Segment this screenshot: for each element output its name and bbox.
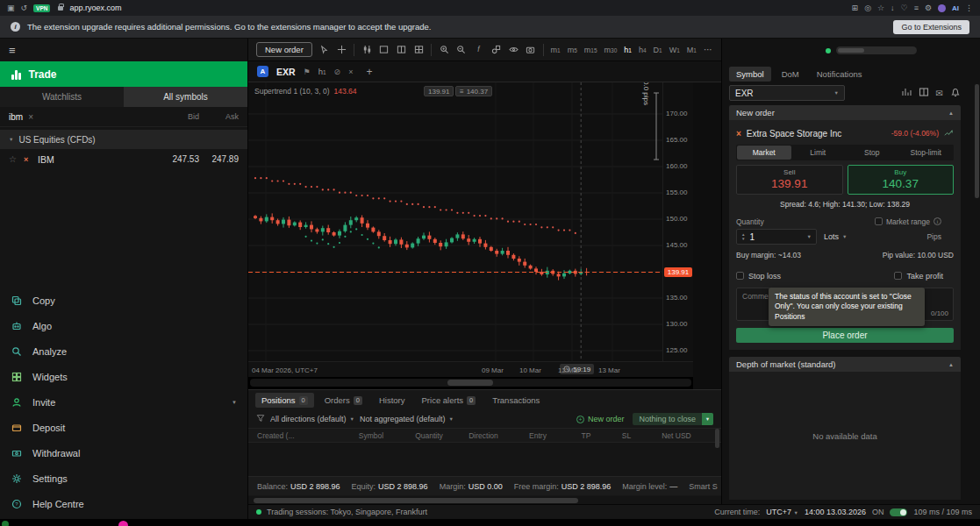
sidebar-item-invite[interactable]: Invite ▼: [0, 389, 247, 415]
layout-columns-icon[interactable]: [919, 85, 929, 101]
chart-tab-timeframe[interactable]: h1: [318, 67, 326, 76]
place-order-button[interactable]: Place order: [736, 328, 954, 343]
indicator-legend[interactable]: Supertrend 1 (10, 3, 0)143.64: [254, 87, 357, 96]
chart-tab-symbol[interactable]: EXR: [276, 67, 296, 77]
envelope-icon[interactable]: ✉: [936, 89, 943, 98]
scrollbar-thumb[interactable]: [975, 84, 979, 198]
stop-loss-checkbox[interactable]: [736, 272, 744, 280]
price-axis[interactable]: 139.91 170.00165.00160.00155.00150.00145…: [662, 82, 693, 361]
layout-single-icon[interactable]: [379, 44, 390, 55]
scrollbar-thumb[interactable]: [447, 380, 493, 386]
sidebar-item-algo[interactable]: Algo: [0, 313, 247, 338]
sidebar-item-copy[interactable]: Copy: [0, 288, 247, 313]
more-timeframes-icon[interactable]: ⋯: [704, 45, 713, 54]
taskbar-pink-icon[interactable]: [118, 521, 128, 526]
sidebar-toggle-icon[interactable]: ≡: [914, 4, 919, 12]
crosshair-icon[interactable]: [337, 44, 347, 55]
favorite-star-icon[interactable]: ☆: [9, 154, 24, 164]
caret-down-icon[interactable]: ▼: [702, 413, 713, 425]
timeframe-m15[interactable]: m15: [584, 46, 597, 54]
chart-horizontal-scrollbar[interactable]: [250, 379, 691, 387]
remove-instrument-icon[interactable]: ×: [736, 129, 741, 139]
add-chart-icon[interactable]: +: [366, 66, 372, 78]
refresh-icon[interactable]: ↺: [21, 4, 28, 12]
dom-section-header[interactable]: Depth of market (standard) ▲: [729, 357, 961, 372]
tab-watchlists[interactable]: Watchlists: [0, 87, 124, 107]
order-type-stop[interactable]: Stop: [845, 146, 899, 160]
units-select[interactable]: Lots▼: [820, 229, 850, 245]
tab-positions[interactable]: Positions0: [255, 393, 314, 408]
watchlist-row-ibm[interactable]: ☆ × IBM 247.53 247.89: [0, 149, 247, 169]
timeframe-h1[interactable]: h1: [624, 46, 632, 54]
right-panel-scrollbar[interactable]: [975, 84, 979, 259]
connection-quality-bar[interactable]: [836, 46, 917, 54]
remove-symbol-icon[interactable]: ×: [24, 155, 38, 164]
trade-button[interactable]: Trade: [0, 61, 247, 87]
sell-button[interactable]: Sell 139.91: [736, 165, 843, 195]
order-type-market[interactable]: Market: [737, 146, 791, 160]
bell-icon[interactable]: [950, 85, 961, 101]
tab-symbol[interactable]: Symbol: [729, 67, 771, 82]
sidebar-item-analyze[interactable]: Analyze: [0, 338, 247, 364]
new-order-section-header[interactable]: New order ▲: [729, 105, 961, 120]
layout-grid-icon[interactable]: [413, 44, 424, 55]
chart-type-candles-icon[interactable]: [361, 44, 372, 55]
sidebar-item-widgets[interactable]: Widgets: [0, 364, 247, 389]
lock-icon[interactable]: [58, 6, 63, 11]
market-depth-icon[interactable]: [901, 85, 912, 101]
profile-avatar[interactable]: [938, 4, 946, 12]
date-axis[interactable]: 59:19 04 Mar 2026, UTC+709 Mar10 Mar12 M…: [248, 361, 693, 377]
symbol-select[interactable]: EXR▼: [729, 85, 845, 101]
tab-groups-icon[interactable]: ⊞: [852, 4, 859, 12]
tab-price-alerts[interactable]: Price alerts0: [416, 393, 483, 408]
timezone-select[interactable]: UTC+7 ▼: [766, 508, 798, 516]
layout-split-icon[interactable]: [397, 44, 407, 55]
downloads-icon[interactable]: ↓: [891, 4, 895, 12]
ask-price[interactable]: 247.89: [199, 154, 239, 164]
order-type-limit[interactable]: Limit: [791, 146, 846, 160]
timeframe-m1[interactable]: m1: [551, 46, 561, 54]
bid-price[interactable]: 247.53: [160, 154, 199, 164]
objects-icon[interactable]: [490, 44, 501, 55]
sidebar-item-deposit[interactable]: Deposit: [0, 415, 247, 440]
link-off-icon[interactable]: ⊘: [334, 68, 341, 76]
timeframe-m5[interactable]: m5: [568, 46, 577, 54]
sidebar-item-settings[interactable]: Settings: [0, 466, 247, 491]
market-range-checkbox[interactable]: [875, 217, 883, 225]
pointer-icon[interactable]: [319, 44, 330, 55]
ai-extension-icon[interactable]: AI: [952, 4, 959, 12]
chart-canvas[interactable]: [248, 82, 662, 361]
order-type-stop-limit[interactable]: Stop-limit: [899, 146, 954, 160]
zoom-out-icon[interactable]: [456, 44, 467, 55]
caret-down-icon[interactable]: ▼: [807, 234, 812, 239]
tab-all-symbols[interactable]: All symbols: [124, 87, 247, 107]
timeframe-h4[interactable]: h4: [639, 46, 647, 54]
browser-menu-icon[interactable]: ⋮: [965, 4, 973, 12]
ask-quote-box[interactable]: ≡140.37: [455, 86, 492, 96]
symbol-search-input[interactable]: ibm: [9, 112, 23, 122]
close-chart-icon[interactable]: ×: [348, 68, 353, 76]
panel-vertical-scrollbar[interactable]: [715, 429, 719, 480]
timeframe-m30[interactable]: m30: [604, 46, 618, 54]
new-order-button[interactable]: New order: [256, 42, 312, 57]
collapse-icon[interactable]: ▲: [948, 110, 954, 116]
trading-sessions-label[interactable]: Trading sessions: Tokyo, Singapore, Fran…: [267, 508, 427, 516]
bookmark-icon[interactable]: ☆: [877, 4, 884, 12]
address-bar[interactable]: app.ryoex.com: [69, 4, 121, 12]
settings-icon[interactable]: ⚙: [925, 4, 932, 12]
chevron-down-icon[interactable]: ▼: [232, 400, 237, 405]
tab-orders[interactable]: Orders0: [318, 393, 368, 408]
scrollbar-thumb[interactable]: [715, 429, 719, 448]
sidebar-item-help-centre[interactable]: ? Help Centre: [0, 491, 247, 516]
take-profit-checkbox[interactable]: [894, 272, 902, 280]
candlestick-chart[interactable]: Supertrend 1 (10, 3, 0)143.64 139.91 ≡14…: [248, 82, 662, 361]
go-to-extensions-button[interactable]: Go to Extensions: [893, 20, 969, 34]
panel-horizontal-scrollbar[interactable]: [248, 496, 721, 504]
timeframe-mn1[interactable]: M1: [687, 46, 697, 54]
tab-dom[interactable]: DoM: [775, 67, 806, 82]
vpn-badge[interactable]: VPN: [33, 4, 50, 12]
reading-list-icon[interactable]: ♡: [901, 4, 908, 12]
buy-button[interactable]: Buy 140.37: [848, 165, 955, 195]
bid-quote-box[interactable]: 139.91: [424, 86, 454, 96]
clear-search-icon[interactable]: ×: [28, 112, 33, 122]
